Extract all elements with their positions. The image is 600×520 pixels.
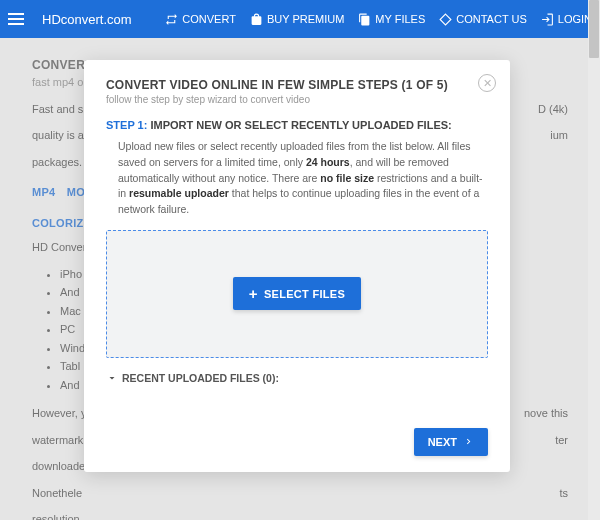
recent-files-toggle[interactable]: RECENT UPLOADED FILES (0): <box>106 372 488 384</box>
top-nav: CONVERT BUY PREMIUM MY FILES CONTACT US … <box>165 13 592 26</box>
convert-wizard-modal: ✕ CONVERT VIDEO ONLINE IN FEW SIMPLE STE… <box>84 60 510 472</box>
hamburger-menu-icon[interactable] <box>8 7 32 31</box>
nav-contact-label: CONTACT US <box>456 13 527 25</box>
nav-buy-premium[interactable]: BUY PREMIUM <box>250 13 344 26</box>
brand-title[interactable]: HDconvert.com <box>42 12 132 27</box>
nav-my-files[interactable]: MY FILES <box>358 13 425 26</box>
login-icon <box>541 13 554 26</box>
file-dropzone[interactable]: + SELECT FILES <box>106 230 488 358</box>
chevron-right-icon <box>463 436 474 447</box>
select-files-label: SELECT FILES <box>264 288 345 300</box>
scrollbar-thumb[interactable] <box>589 0 599 58</box>
next-button[interactable]: NEXT <box>414 428 488 456</box>
plus-icon: + <box>249 286 258 301</box>
step-title: IMPORT NEW OR SELECT RECENTLY UPLOADED F… <box>147 119 451 131</box>
nav-login[interactable]: LOGIN <box>541 13 592 26</box>
files-icon <box>358 13 371 26</box>
diamond-icon <box>439 13 452 26</box>
chevron-down-icon <box>106 372 118 384</box>
recent-files-label: RECENT UPLOADED FILES (0): <box>122 372 279 384</box>
modal-footer: NEXT <box>106 428 488 456</box>
next-label: NEXT <box>428 436 457 448</box>
swap-icon <box>165 13 178 26</box>
nav-files-label: MY FILES <box>375 13 425 25</box>
nav-convert[interactable]: CONVERT <box>165 13 236 26</box>
step-description: Upload new files or select recently uplo… <box>118 139 488 218</box>
modal-title: CONVERT VIDEO ONLINE IN FEW SIMPLE STEPS… <box>106 78 488 92</box>
page-scrollbar[interactable] <box>588 0 600 520</box>
modal-subtitle: follow the step by step wizard to conver… <box>106 94 488 105</box>
step-heading: STEP 1: IMPORT NEW OR SELECT RECENTLY UP… <box>106 119 488 131</box>
nav-buy-label: BUY PREMIUM <box>267 13 344 25</box>
nav-login-label: LOGIN <box>558 13 592 25</box>
nav-convert-label: CONVERT <box>182 13 236 25</box>
select-files-button[interactable]: + SELECT FILES <box>233 277 361 310</box>
nav-contact[interactable]: CONTACT US <box>439 13 527 26</box>
close-icon[interactable]: ✕ <box>478 74 496 92</box>
app-header: HDconvert.com CONVERT BUY PREMIUM MY FIL… <box>0 0 600 38</box>
bag-icon <box>250 13 263 26</box>
step-number: STEP 1: <box>106 119 147 131</box>
